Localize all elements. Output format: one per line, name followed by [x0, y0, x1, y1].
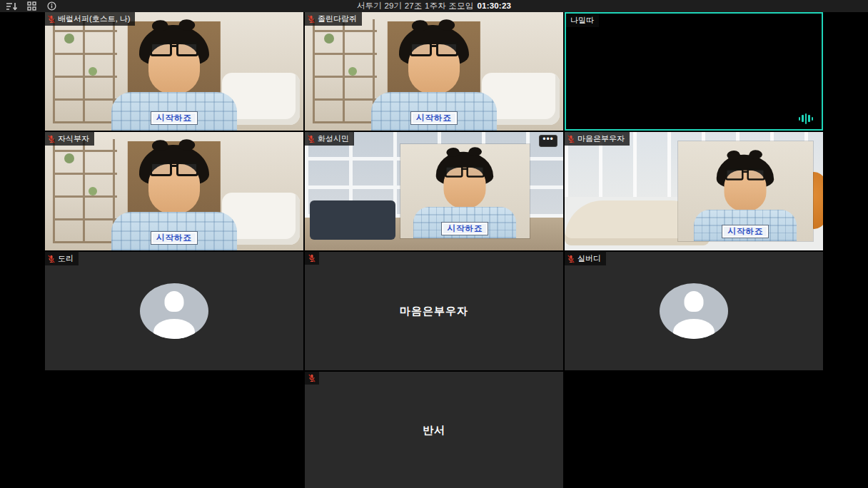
video-subtitle-caption: 시작하죠 [441, 222, 488, 235]
muted-mic-badge [305, 252, 319, 265]
participant-name-center: 마음은부우자 [400, 305, 468, 318]
video-subtitle-caption: 시작하죠 [151, 111, 198, 125]
participant-name-label: 화성시민 [305, 132, 354, 146]
participant-tile[interactable]: 시작하죠 배럴서퍼(호스트, 나) [45, 12, 303, 131]
scene-shelf [53, 19, 118, 123]
muted-mic-icon [308, 254, 316, 263]
participant-name-center: 반서 [423, 423, 445, 437]
video-subtitle-caption: 시작하죠 [722, 225, 769, 238]
participant-name-label: 배럴서퍼(호스트, 나) [45, 12, 135, 26]
participant-tile[interactable]: 시작하죠 졸린다람쥐 [305, 12, 563, 131]
video-feed: 시작하죠 [45, 132, 303, 250]
participant-tile[interactable]: 도리 [45, 252, 303, 370]
info-icon[interactable] [46, 1, 57, 11]
topbar-icons [6, 0, 57, 12]
meeting-info-bar: 서투기 29기 27조 1주차 조모임01:30:23 [0, 0, 868, 12]
participant-name-label: 졸린다람쥐 [305, 12, 362, 26]
participant-name-label: 실버디 [565, 252, 606, 265]
avatar-placeholder [140, 283, 208, 339]
participant-tile[interactable]: 마음은부우자 [305, 252, 563, 370]
video-feed: 시작하죠 [565, 132, 823, 250]
video-feed: 시작하죠 [305, 132, 563, 250]
video-conference-window: 서투기 29기 27조 1주차 조모임01:30:23 시작하죠 배럴서퍼(호스… [0, 0, 868, 488]
participant-tile-active-speaker[interactable]: 나밀따 [565, 12, 823, 131]
person-overlay: 시작하죠 [400, 144, 530, 239]
avatar-placeholder [660, 283, 728, 339]
participant-tile[interactable]: 시작하죠 자식부자 [45, 132, 303, 250]
participant-name-label: 나밀따 [566, 14, 599, 27]
muted-mic-badge [305, 372, 319, 385]
participant-tile[interactable]: 반서 [305, 372, 563, 488]
meeting-title: 서투기 29기 27조 1주차 조모임 [357, 1, 474, 10]
muted-mic-icon [308, 374, 316, 382]
participant-name-label: 자식부자 [45, 132, 94, 146]
participant-tile[interactable]: 시작하죠 마음은부우자 [565, 132, 823, 250]
muted-mic-icon [567, 255, 575, 263]
sort-order-icon[interactable] [6, 1, 17, 11]
participant-tile[interactable]: 시작하죠 화성시민 ••• [305, 132, 563, 250]
video-subtitle-caption: 시작하죠 [151, 231, 198, 245]
audio-level-icon [799, 113, 814, 124]
muted-mic-icon [567, 135, 575, 143]
muted-mic-icon [308, 135, 315, 143]
video-subtitle-caption: 시작하죠 [410, 111, 458, 125]
video-feed: 시작하죠 [305, 12, 563, 131]
scene-shelf [313, 19, 378, 123]
person-overlay: 시작하죠 [678, 141, 812, 240]
muted-mic-icon [48, 255, 55, 263]
meeting-timer: 01:30:23 [477, 1, 511, 10]
muted-mic-icon [48, 15, 55, 24]
participant-tile[interactable]: 실버디 [565, 252, 823, 370]
tile-options-button[interactable]: ••• [539, 135, 557, 147]
participant-name-label: 마음은부우자 [565, 132, 630, 146]
muted-mic-icon [48, 135, 55, 143]
meeting-title-bar: 서투기 29기 27조 1주차 조모임01:30:23 [0, 1, 868, 11]
participant-name-label: 도리 [45, 252, 79, 265]
video-feed: 시작하죠 [45, 12, 303, 131]
scene-shelf [53, 139, 118, 243]
scene-sofa [310, 200, 395, 240]
gallery-view-icon[interactable] [26, 1, 37, 11]
muted-mic-icon [308, 15, 315, 24]
